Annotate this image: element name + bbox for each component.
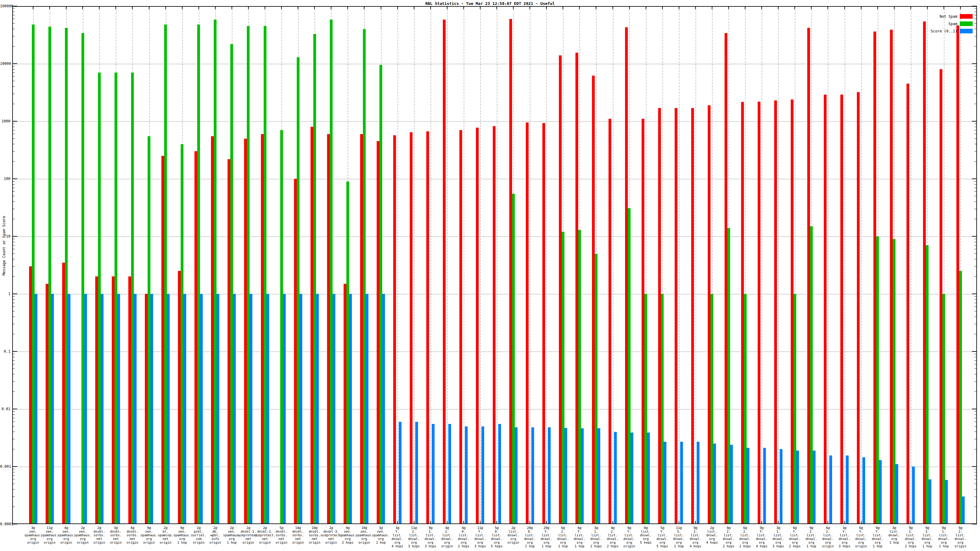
legend-swatch-spam [960, 21, 973, 26]
y-tick-label: 100000 [0, 4, 10, 8]
legend-item-score: Score (0..1) [918, 29, 973, 34]
rbl-statistics-chart: RBL Statistics - Tue Mar 23 12:58:07 EDT… [0, 0, 980, 551]
y-tick-label: 0.001 [0, 464, 10, 468]
legend-swatch-not-spam [960, 14, 973, 19]
legend-label-score: Score (0..1) [931, 29, 957, 33]
plot-border [12, 6, 977, 524]
legend-item-spam: Spam [918, 21, 973, 26]
plot-area: 1000001000010001001010.10.010.0010.00013… [0, 0, 980, 551]
y-tick-label: 1 [0, 292, 10, 296]
legend-item-not-spam: Not Spam [918, 14, 973, 19]
y-tick-label: 0.1 [0, 349, 10, 354]
y-tick-label: 0.0001 [0, 522, 10, 526]
legend-label-spam: Spam [948, 22, 957, 26]
y-tick-label: 0.01 [0, 407, 10, 411]
legend-label-not-spam: Not Spam [940, 14, 957, 19]
x-tick-label: 9@ 2. list. dnswl. org origin [942, 526, 979, 548]
y-tick-label: 100 [0, 176, 10, 181]
y-tick-label: 10000 [0, 62, 10, 66]
y-tick-label: 1000 [0, 119, 10, 123]
legend-swatch-score [960, 29, 973, 33]
y-tick-label: 10 [0, 234, 10, 238]
